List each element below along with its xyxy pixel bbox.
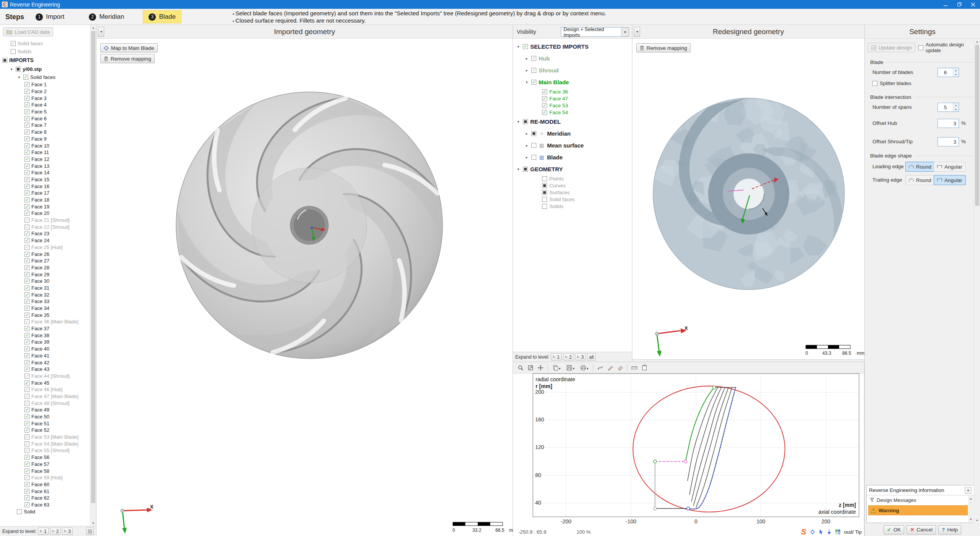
face-tree-item[interactable]: Face 62 bbox=[0, 495, 90, 502]
face-checkbox[interactable] bbox=[24, 502, 29, 507]
visibility-checkbox[interactable] bbox=[542, 176, 547, 181]
visibility-tree-item[interactable]: ▸ ▨ Blade bbox=[513, 151, 632, 163]
scroll-down-icon[interactable] bbox=[90, 520, 96, 526]
map-to-main-blade-button[interactable]: Map to Main Blade bbox=[100, 43, 158, 52]
visibility-tree-item[interactable]: Points bbox=[513, 175, 632, 182]
face-tree-item[interactable]: Face 30 bbox=[0, 278, 90, 285]
face-checkbox[interactable] bbox=[24, 285, 29, 290]
face-checkbox[interactable] bbox=[24, 252, 29, 257]
face-tree-item[interactable]: Face 38 bbox=[0, 332, 90, 339]
settings-scrollbar[interactable] bbox=[974, 39, 980, 523]
face-checkbox[interactable] bbox=[24, 109, 29, 114]
face-checkbox[interactable] bbox=[24, 374, 29, 379]
expander-icon[interactable]: ▾ bbox=[524, 80, 529, 84]
face-checkbox[interactable] bbox=[24, 129, 29, 134]
visibility-tree-item[interactable]: Solids bbox=[513, 203, 632, 210]
face-checkbox[interactable] bbox=[24, 116, 29, 121]
face-checkbox[interactable] bbox=[24, 407, 29, 412]
imported-impeller-3d-view[interactable] bbox=[172, 87, 447, 363]
face-checkbox[interactable] bbox=[24, 346, 29, 351]
face-tree-item[interactable]: Face 58 bbox=[0, 467, 90, 474]
face-checkbox[interactable] bbox=[24, 489, 29, 494]
face-checkbox[interactable] bbox=[24, 96, 29, 101]
face-checkbox[interactable] bbox=[24, 326, 29, 331]
face-tree-item[interactable]: Face 45 bbox=[0, 379, 90, 386]
splitter-blades-checkbox[interactable]: Splitter blades bbox=[872, 80, 911, 86]
checkbox[interactable] bbox=[11, 41, 16, 46]
face-tree-item[interactable]: Face 29 bbox=[0, 271, 90, 278]
face-checkbox[interactable] bbox=[24, 150, 29, 155]
face-checkbox[interactable] bbox=[24, 434, 29, 439]
expander-icon[interactable] bbox=[17, 75, 21, 79]
face-tree-item[interactable]: Face 18 bbox=[0, 197, 90, 203]
visibility-tree-item[interactable]: ▸ Shroud bbox=[513, 64, 632, 76]
warning-message[interactable]: Warning bbox=[868, 505, 968, 515]
curve-edit-icon[interactable] bbox=[596, 363, 605, 372]
face-checkbox[interactable] bbox=[24, 164, 29, 169]
cancel-button[interactable]: ✕Cancel bbox=[906, 525, 936, 534]
face-checkbox[interactable] bbox=[24, 197, 29, 202]
face-tree-item[interactable]: Face 34 bbox=[0, 305, 90, 312]
face-tree-item[interactable]: Face 8 bbox=[0, 129, 90, 136]
arrow-down-icon[interactable] bbox=[827, 529, 831, 535]
visibility-checkbox[interactable] bbox=[542, 183, 547, 188]
face-tree-item[interactable]: Face 1 bbox=[0, 81, 90, 88]
visibility-checkbox[interactable] bbox=[531, 56, 536, 61]
offset-shroud-tip-input[interactable]: 3 bbox=[938, 137, 959, 146]
load-cad-data-button[interactable]: Load CAD data bbox=[3, 27, 53, 36]
face-tree-item[interactable]: Face 50 bbox=[0, 413, 90, 420]
face-checkbox[interactable] bbox=[24, 353, 29, 358]
checkbox[interactable] bbox=[2, 58, 7, 63]
face-checkbox[interactable] bbox=[24, 367, 29, 372]
tree-item-solid-faces[interactable]: Solid faces bbox=[0, 73, 90, 81]
face-tree-item[interactable]: Face 9 bbox=[0, 136, 90, 143]
collapse-left-icon[interactable] bbox=[98, 27, 104, 37]
face-tree-item[interactable]: Face 35 bbox=[0, 311, 90, 318]
face-checkbox[interactable] bbox=[24, 333, 29, 338]
scroll-down-icon[interactable] bbox=[968, 516, 973, 522]
face-tree-item[interactable]: Face 51 bbox=[0, 420, 90, 427]
step-item[interactable]: 3 Blade bbox=[143, 10, 181, 23]
face-checkbox[interactable] bbox=[24, 204, 29, 209]
face-tree-item[interactable]: Face 52 bbox=[0, 427, 90, 434]
face-tree-item[interactable]: Face 15 bbox=[0, 176, 90, 183]
scroll-up-icon[interactable] bbox=[90, 25, 96, 31]
spin-down-icon[interactable] bbox=[953, 72, 959, 77]
tree-item-imports[interactable]: IMPORTS bbox=[0, 56, 90, 65]
visibility-tree-item[interactable]: ▾ Main Blade bbox=[513, 76, 632, 88]
face-tree-item[interactable]: Face 39 bbox=[0, 339, 90, 346]
face-tree-item[interactable]: Face 26 bbox=[0, 251, 90, 257]
visibility-checkbox[interactable] bbox=[542, 89, 547, 94]
zoom-icon[interactable] bbox=[516, 363, 525, 372]
face-tree-item[interactable]: Face 6 bbox=[0, 115, 90, 122]
chevron-down-icon[interactable] bbox=[621, 28, 629, 36]
face-tree-item[interactable]: Face 63 bbox=[0, 502, 90, 508]
visibility-checkbox[interactable] bbox=[542, 197, 547, 202]
face-tree-item[interactable]: Face 48 [Shroud] bbox=[0, 400, 90, 407]
tree-item-solid[interactable]: Solid bbox=[0, 508, 90, 515]
face-checkbox[interactable] bbox=[24, 380, 29, 385]
remove-mapping-button[interactable]: Remove mapping bbox=[636, 43, 691, 52]
crosshair-icon[interactable] bbox=[810, 529, 815, 535]
face-tree-item[interactable]: Face 31 bbox=[0, 285, 90, 292]
face-tree-item[interactable]: Face 33 bbox=[0, 298, 90, 305]
visibility-tree-item[interactable]: ▾ RE-MODEL bbox=[513, 116, 632, 128]
face-checkbox[interactable] bbox=[24, 387, 29, 392]
expand-level-2-button[interactable]: 2 bbox=[50, 528, 61, 535]
trailing-edge-round-button[interactable]: Round bbox=[905, 175, 935, 185]
face-tree-item[interactable]: Face 53 [Main Blade] bbox=[0, 434, 90, 441]
expand-level-2-button[interactable]: 2 bbox=[563, 353, 574, 361]
expander-icon[interactable] bbox=[9, 67, 14, 71]
face-checkbox[interactable] bbox=[24, 394, 29, 399]
face-checkbox[interactable] bbox=[24, 184, 29, 189]
expand-level-1-button[interactable]: 1 bbox=[551, 353, 562, 361]
checkbox[interactable] bbox=[23, 75, 28, 80]
face-tree-item[interactable]: Face 10 bbox=[0, 142, 90, 149]
face-tree-item[interactable]: Face 46 [Hub] bbox=[0, 386, 90, 393]
face-tree-item[interactable]: Face 49 bbox=[0, 407, 90, 413]
remove-mapping-button[interactable]: Remove mapping bbox=[100, 54, 155, 63]
left-tree-scrollbar[interactable] bbox=[90, 25, 96, 526]
face-tree-item[interactable]: Face 5 bbox=[0, 108, 90, 115]
face-tree-item[interactable]: Face 23 bbox=[0, 230, 90, 237]
face-tree-item[interactable]: Face 17 bbox=[0, 190, 90, 197]
